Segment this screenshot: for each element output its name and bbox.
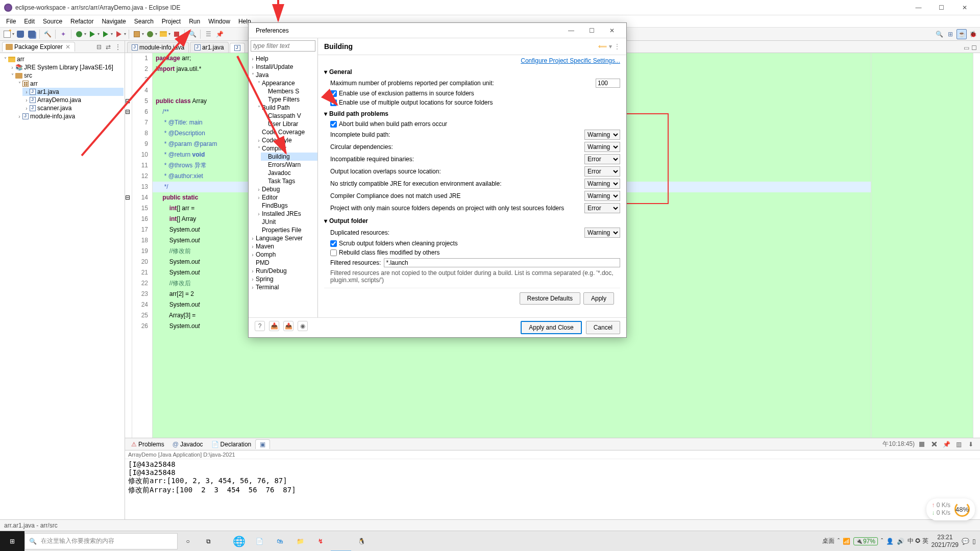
editor-minimize-button[interactable]: ▭ bbox=[964, 44, 969, 52]
people-icon[interactable]: 👤 bbox=[886, 538, 894, 545]
nav-tasktags[interactable]: Task Tags bbox=[261, 177, 317, 185]
cortana-icon[interactable]: ○ bbox=[178, 531, 198, 552]
configure-project-link[interactable]: Configure Project Specific Settings... bbox=[521, 57, 620, 64]
new-class-button[interactable] bbox=[145, 29, 155, 39]
open-type-button[interactable]: 🔨 bbox=[42, 29, 53, 39]
speaker-icon[interactable]: 🔊 bbox=[897, 538, 904, 545]
bpp-select[interactable]: Error bbox=[584, 166, 620, 177]
nav-findbugs[interactable]: FindBugs bbox=[255, 202, 317, 210]
eclipse-task-icon[interactable] bbox=[331, 531, 351, 552]
toggle-button[interactable]: ☰ bbox=[203, 29, 213, 39]
taskbar-search[interactable]: 🔍 在这里输入你要搜索的内容 bbox=[24, 533, 178, 549]
console-tab[interactable]: ▣ bbox=[255, 439, 270, 449]
nav-javadoc[interactable]: Javadoc bbox=[261, 169, 317, 177]
nav-ls[interactable]: ›Language Server bbox=[249, 234, 317, 242]
max-problems-input[interactable] bbox=[596, 79, 620, 88]
module-info-node[interactable]: › module-info.java bbox=[15, 112, 124, 120]
pin-button[interactable]: 📌 bbox=[214, 29, 225, 39]
bpp-select[interactable]: Warning bbox=[584, 179, 620, 189]
network-speed-widget[interactable]: ↑ 0 K/s ↓ 0 K/s 48% bbox=[926, 498, 975, 520]
section-general[interactable]: ▾ General bbox=[324, 68, 620, 76]
tray-chevron-icon[interactable]: ˆ bbox=[881, 538, 883, 545]
menu-run[interactable]: Run bbox=[185, 16, 204, 27]
menu-edit[interactable]: Edit bbox=[20, 16, 39, 27]
nav-members[interactable]: Members S bbox=[261, 87, 317, 95]
nav-building[interactable]: Building bbox=[261, 153, 317, 161]
overview-ruler[interactable] bbox=[973, 53, 980, 438]
nav-maven[interactable]: ›Maven bbox=[249, 242, 317, 251]
editor-tab-extra[interactable] bbox=[230, 43, 245, 53]
editor-tab-module[interactable]: module-info.java bbox=[127, 42, 189, 53]
editor-tab-ar1[interactable]: ar1.java bbox=[190, 42, 229, 53]
dup-select[interactable]: Warning bbox=[584, 228, 620, 238]
nav-help[interactable]: ›Help bbox=[249, 55, 317, 63]
preferences-tree[interactable]: ›Help ›Install/Update ˅Java ˅Appearance … bbox=[249, 54, 317, 317]
file-node-arraydemo[interactable]: › ArrayDemo.java bbox=[22, 96, 124, 104]
quick-access-button[interactable]: 🔍 bbox=[934, 29, 944, 39]
nav-terminal[interactable]: ›Terminal bbox=[249, 283, 317, 291]
console-stop-button[interactable] bbox=[917, 439, 927, 449]
battery-icon[interactable]: 🔌97% bbox=[853, 537, 878, 545]
new-button[interactable] bbox=[2, 29, 12, 39]
notifications-icon[interactable]: 💬 bbox=[962, 538, 969, 545]
menu-refactor[interactable]: Refactor bbox=[66, 16, 97, 27]
nav-userlib[interactable]: User Librar bbox=[261, 120, 317, 128]
file-node-ar1[interactable]: › ar1.java bbox=[22, 88, 124, 96]
clock[interactable]: 23:21 2021/7/29 bbox=[932, 534, 959, 548]
new-folder-button[interactable] bbox=[158, 29, 168, 39]
tray-chevron-icon[interactable]: ˆ bbox=[838, 538, 840, 545]
close-icon[interactable]: ✕ bbox=[64, 43, 71, 51]
bpp-select[interactable]: Error bbox=[584, 203, 620, 213]
red-app-icon[interactable]: ↯ bbox=[310, 531, 331, 552]
project-node[interactable]: ˅ arr bbox=[1, 55, 124, 63]
menu-project[interactable]: Project bbox=[158, 16, 185, 27]
new-package-button[interactable] bbox=[132, 29, 142, 39]
filter-input[interactable] bbox=[251, 40, 315, 52]
file-node-scanner[interactable]: › scanner.java bbox=[22, 104, 124, 112]
console-pin-button[interactable]: 📌 bbox=[941, 439, 951, 449]
nav-oomph[interactable]: ›Oomph bbox=[249, 251, 317, 259]
exclusion-checkbox[interactable] bbox=[330, 90, 337, 97]
maximize-button[interactable]: ☐ bbox=[930, 0, 953, 15]
start-button[interactable]: ⊞ bbox=[0, 531, 24, 552]
link-editor-button[interactable]: ⇄ bbox=[104, 43, 112, 51]
nav-compiler[interactable]: ˅Compiler bbox=[255, 144, 317, 153]
back-icon[interactable]: ⟸ bbox=[598, 43, 607, 50]
export-button[interactable]: 📤 bbox=[283, 321, 293, 331]
notepad-icon[interactable]: 📄 bbox=[249, 531, 270, 552]
declaration-tab[interactable]: 📄Declaration bbox=[207, 440, 256, 449]
coverage-button[interactable] bbox=[101, 29, 111, 39]
ime-indicator[interactable]: 中 ✪ 英 bbox=[908, 537, 928, 545]
nav-typefilters[interactable]: Type Filters bbox=[261, 95, 317, 104]
menu-search[interactable]: Search bbox=[130, 16, 158, 27]
nav-editor[interactable]: ›Editor bbox=[255, 193, 317, 202]
show-desktop-button[interactable]: ▯ bbox=[972, 538, 976, 545]
apply-button[interactable]: Apply bbox=[583, 292, 614, 305]
explorer-icon[interactable]: 📁 bbox=[290, 531, 310, 552]
console-display-button[interactable]: ▥ bbox=[953, 439, 964, 449]
menu-source[interactable]: Source bbox=[39, 16, 66, 27]
src-node[interactable]: ˅ src bbox=[8, 71, 124, 80]
nav-codecov[interactable]: Code Coverage bbox=[255, 128, 317, 136]
console-output[interactable]: [I@43a25848 [I@43a25848 修改前arr:[100, 2, … bbox=[125, 459, 980, 519]
wand-button[interactable]: ✦ bbox=[58, 29, 68, 39]
desktop-label[interactable]: 桌面 bbox=[822, 537, 835, 545]
run-button[interactable] bbox=[87, 29, 97, 39]
package-node[interactable]: ˅ arr bbox=[15, 80, 124, 88]
apply-close-button[interactable]: Apply and Close bbox=[521, 321, 581, 334]
wifi-icon[interactable]: 📶 bbox=[843, 538, 850, 545]
problems-tab[interactable]: ⚠Problems bbox=[127, 440, 168, 449]
menu-file[interactable]: File bbox=[2, 16, 20, 27]
record-button[interactable]: ◉ bbox=[298, 321, 308, 331]
save-button[interactable] bbox=[15, 29, 26, 39]
filtered-input[interactable] bbox=[384, 258, 620, 267]
package-tree[interactable]: ˅ arr ›📚 JRE System Library [JavaSE-16] … bbox=[0, 53, 125, 519]
nav-classpath[interactable]: Classpath V bbox=[261, 112, 317, 120]
nav-junit[interactable]: JUnit bbox=[255, 218, 317, 226]
nav-appearance[interactable]: ˅Appearance bbox=[255, 79, 317, 87]
section-output[interactable]: ▾ Output folder bbox=[324, 217, 620, 224]
debug-perspective-button[interactable]: 🐞 bbox=[968, 29, 978, 39]
nav-spring[interactable]: ›Spring bbox=[249, 275, 317, 283]
nav-props[interactable]: Properties File bbox=[255, 226, 317, 234]
bpp-select[interactable]: Warning bbox=[584, 130, 620, 140]
